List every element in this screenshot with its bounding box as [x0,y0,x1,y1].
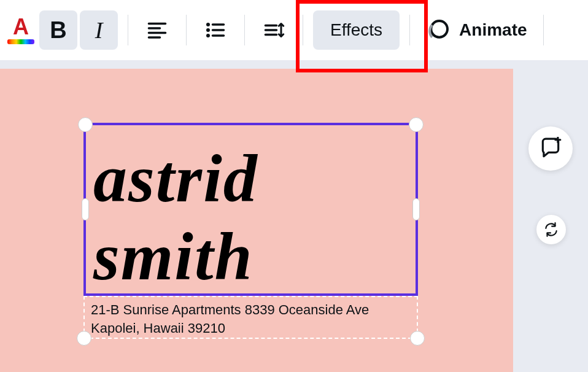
effects-button[interactable]: Effects [313,10,400,50]
rotate-icon [543,222,559,238]
svg-point-1 [206,28,210,32]
toolbar-divider [543,15,544,45]
resize-handle-left[interactable] [82,198,89,220]
toolbar-divider [244,15,245,45]
comment-button[interactable] [528,126,573,171]
color-swatch-bar [7,39,34,44]
italic-icon: I [95,17,103,44]
animate-label: Animate [459,20,527,40]
font-color-letter: A [13,16,29,38]
list-button[interactable] [196,10,234,50]
side-panel [513,69,588,372]
address-text[interactable]: 21-B Sunrise Apartments 8339 Oceanside A… [91,301,411,337]
svg-point-0 [206,23,210,26]
spacing-button[interactable] [255,10,293,50]
font-color-button[interactable]: A [5,10,37,50]
resize-handle-bottom-right[interactable] [410,331,425,346]
toolbar-divider [303,15,303,45]
name-text[interactable]: astrid smith [86,125,416,295]
svg-point-3 [431,21,447,37]
toolbar-divider [409,15,410,45]
comment-plus-icon [539,137,562,160]
toolbar-divider [128,15,128,45]
selected-text-box[interactable]: astrid smith [83,123,418,296]
bold-icon: B [50,17,66,44]
animate-icon [426,18,451,42]
resize-handle-top-left[interactable] [78,117,93,132]
italic-button[interactable]: I [80,10,118,50]
bullet-list-icon [204,19,226,41]
resize-handle-top-right[interactable] [409,117,424,132]
line-spacing-icon [263,19,285,41]
effects-label: Effects [330,20,382,40]
align-button[interactable] [138,10,176,50]
svg-point-2 [206,34,210,37]
canvas[interactable]: astrid smith 21-B Sunrise Apartments 833… [0,69,513,372]
toolbar: A B I Effects [0,0,588,60]
resize-handle-right[interactable] [412,198,420,220]
align-left-icon [146,19,168,41]
toolbar-divider [186,15,187,45]
bold-button[interactable]: B [39,10,77,50]
animate-button[interactable]: Animate [420,18,533,42]
rotate-button[interactable] [536,215,566,244]
address-text-box[interactable]: 21-B Sunrise Apartments 8339 Oceanside A… [83,296,418,339]
resize-handle-bottom-left[interactable] [77,331,91,346]
